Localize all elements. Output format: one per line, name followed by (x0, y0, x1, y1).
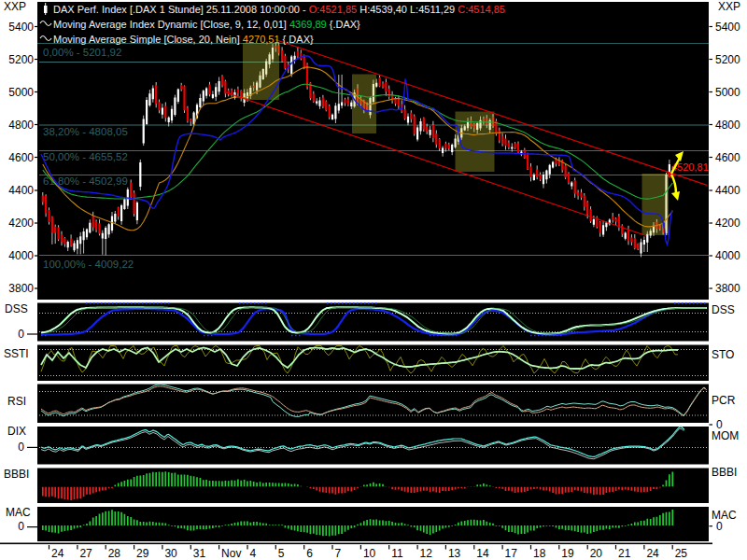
svg-text:XXP: XXP (718, 0, 740, 13)
svg-text:13: 13 (448, 547, 461, 560)
svg-text:10: 10 (363, 547, 376, 560)
svg-text:XXP: XXP (4, 0, 26, 13)
svg-text:18: 18 (533, 547, 546, 560)
svg-text:5: 5 (278, 547, 285, 560)
svg-text:Moving Average Simple [Close,: Moving Average Simple [Close, 20, Nein] … (53, 34, 314, 45)
svg-text:11: 11 (391, 547, 403, 560)
svg-text:DSS: DSS (5, 302, 28, 315)
svg-text:3800: 3800 (8, 282, 34, 295)
svg-text:STO: STO (712, 348, 734, 361)
svg-text:4000: 4000 (8, 249, 34, 262)
svg-text:5200: 5200 (715, 53, 740, 66)
svg-text:20: 20 (590, 547, 603, 560)
svg-text:14: 14 (476, 547, 489, 560)
svg-text:4400: 4400 (8, 184, 34, 197)
svg-text:0: 0 (18, 328, 24, 341)
svg-text:5400: 5400 (715, 21, 740, 34)
svg-text:21: 21 (618, 547, 631, 560)
svg-text:31: 31 (193, 547, 206, 560)
svg-text:5000: 5000 (715, 86, 740, 99)
svg-text:12: 12 (420, 547, 433, 560)
svg-text:24: 24 (646, 547, 659, 560)
svg-text:25: 25 (675, 547, 688, 560)
svg-text:30: 30 (164, 547, 177, 560)
svg-text:4200: 4200 (715, 217, 740, 230)
svg-text:5400: 5400 (8, 21, 34, 34)
svg-text:0: 0 (18, 520, 24, 533)
svg-text:DAX Perf. Index [.DAX 1 Stund: DAX Perf. Index [.DAX 1 Stunde] 25.11.20… (53, 4, 505, 15)
svg-text:38,20% - 4808,05: 38,20% - 4808,05 (43, 126, 128, 137)
svg-text:7: 7 (335, 547, 342, 560)
svg-text:0,00% - 5201,92: 0,00% - 5201,92 (43, 47, 121, 58)
svg-text:DSS: DSS (712, 303, 735, 316)
svg-text:BBBI: BBBI (4, 468, 29, 481)
svg-text:SSTI: SSTI (4, 347, 29, 360)
svg-text:5200: 5200 (8, 53, 34, 66)
svg-text:4600: 4600 (8, 151, 34, 164)
svg-text:100,00% - 4009,22: 100,00% - 4009,22 (43, 259, 134, 270)
svg-text:4800: 4800 (8, 119, 34, 132)
svg-text:4200: 4200 (8, 217, 34, 230)
svg-text:PCR: PCR (712, 394, 736, 407)
svg-text:4: 4 (250, 547, 257, 560)
svg-text:MOM: MOM (712, 429, 739, 442)
svg-text:24: 24 (51, 547, 64, 560)
svg-text:17: 17 (505, 547, 518, 560)
svg-text:6: 6 (306, 547, 313, 560)
svg-text:Nov: Nov (221, 547, 241, 560)
svg-text:0: 0 (18, 441, 24, 454)
svg-text:5000: 5000 (8, 86, 34, 99)
svg-text:4600: 4600 (715, 151, 740, 164)
svg-text:19: 19 (561, 547, 574, 560)
svg-text:4800: 4800 (715, 119, 740, 132)
svg-text:4400: 4400 (715, 184, 740, 197)
svg-text:50,00% - 4655,52: 50,00% - 4655,52 (43, 151, 128, 162)
svg-text:27: 27 (79, 547, 92, 560)
svg-text:4000: 4000 (715, 249, 740, 262)
svg-text:3800: 3800 (715, 282, 740, 295)
svg-text:28: 28 (108, 547, 121, 560)
svg-text:29: 29 (136, 547, 149, 560)
svg-text:RSI: RSI (7, 395, 26, 408)
svg-text:MAC: MAC (6, 506, 31, 519)
svg-text:0: 0 (716, 520, 723, 533)
svg-text:BBBI: BBBI (712, 466, 737, 479)
svg-text:Moving Average Index Dynamic [: Moving Average Index Dynamic [Close, 9, … (53, 19, 360, 30)
svg-text:DIX: DIX (7, 425, 26, 438)
